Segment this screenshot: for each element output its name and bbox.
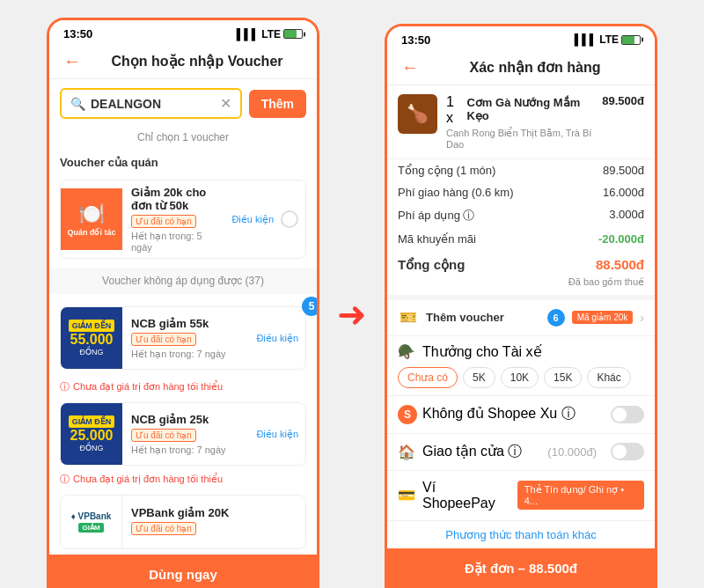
giao-tan-cua-row: 🏠 Giao tận cửa ⓘ (10.000đ) [387, 434, 655, 471]
tip-10k[interactable]: 10K [501, 367, 539, 388]
chevron-icon: › [640, 311, 644, 325]
ncb-icon-left-1: GIẢM ĐẾN 55.000 ĐỒNG [61, 307, 122, 369]
price-label-3: Mã khuyến mãi [398, 232, 476, 246]
ncb-amount-1: 55.000 [70, 332, 114, 348]
signal-area-1: ▌▌▌ LTE [237, 28, 303, 40]
ncb-amount-2: 25.000 [70, 428, 114, 444]
page-title-1: Chọn hoặc nhập Voucher [92, 53, 303, 70]
hint-text: Chỉ chọn 1 voucher [49, 128, 317, 151]
ncb-tag-2: Ưu đãi có hạn [131, 429, 196, 442]
tip-15k[interactable]: 15K [544, 367, 582, 388]
order-button[interactable]: Đặt đơn – 88.500đ [387, 548, 655, 589]
ncb-unit-2: ĐỒNG [80, 444, 104, 452]
ncb-unit-1: ĐỒNG [80, 348, 104, 356]
search-icon: 🔍 [70, 97, 85, 111]
ncb-error-2: ⓘ Chưa đạt giá trị đơn hàng tối thiểu [49, 471, 317, 489]
ncb-badge-label-1: GIẢM ĐẾN [69, 320, 115, 332]
price-label-1: Phí giao hàng (0.6 km) [398, 186, 514, 199]
vpbank-icon-left: ♦ VPBank GIẢM [61, 496, 122, 548]
quantity: 1 x [446, 94, 463, 126]
dung-ngay-button[interactable]: Dùng ngay [49, 555, 317, 588]
item-price: 89.500đ [602, 94, 644, 107]
delivery-val: (10.000đ) [547, 445, 597, 459]
error-icon-2: ⓘ [60, 473, 70, 486]
shopee-xu-row: S Không đủ Shopee Xu ⓘ [387, 396, 655, 434]
price-row-0: Tổng cộng (1 món) 89.500đ [387, 159, 655, 181]
ncb-title-2: NCB giảm 25k [131, 413, 247, 426]
them-button[interactable]: Thêm [249, 90, 306, 118]
payment-row[interactable]: 💳 Ví ShopeePay Thẻ Tín dụng/ Ghi nợ • 4.… [387, 471, 655, 521]
total-label: Tổng cộng [398, 257, 465, 273]
ncb-icon-left-2: GIẢM ĐẾN 25.000 ĐỒNG [61, 403, 122, 465]
battery-icon-2 [621, 35, 641, 45]
order-item-info: 1 x Cơm Gà Nướng Mắm Kẹo Canh Rong Biển … [446, 94, 593, 150]
lte-label-1: LTE [261, 28, 281, 40]
driver-tip-section: 🪖 Thưởng cho Tài xế Chưa có 5K 10K 15K K… [387, 336, 655, 396]
giao-tan-cua-label: Giao tận cửa ⓘ [422, 443, 522, 461]
ncb-voucher-card-2[interactable]: GIẢM ĐẾN 25.000 ĐỒNG NCB giảm 25k Ưu đãi… [60, 402, 306, 466]
vpbank-giam: GIẢM [78, 523, 103, 533]
signal-bars-icon-2: ▌▌▌ [575, 33, 598, 46]
radio-1[interactable] [281, 210, 298, 228]
price-row-1: Phí giao hàng (0.6 km) 16.000đ [387, 181, 655, 203]
right-arrow-icon: ➜ [337, 294, 367, 334]
ncb-voucher-card-1[interactable]: GIẢM ĐẾN 55.000 ĐỒNG NCB giảm 55k 5 Ưu đ… [60, 306, 306, 370]
payment-icon: 💳 [398, 487, 415, 503]
header-2: ← Xác nhận đơn hàng [387, 50, 655, 85]
delivery-toggle[interactable] [611, 443, 644, 460]
them-voucher-row[interactable]: 🎫 Thêm voucher 6 Mã giảm 20k › [387, 300, 655, 336]
voucher-tag-1: Ưu đãi có hạn [131, 215, 196, 228]
tip-5k[interactable]: 5K [463, 367, 495, 388]
lte-label-2: LTE [599, 33, 619, 46]
screen1-frame: 13:50 ▌▌▌ LTE ← Chọn hoặc nhập Voucher 🔍… [47, 18, 319, 588]
vpbank-info: VPBank giảm 20K Ưu đãi có hạn [122, 501, 305, 543]
ncb-info-2: NCB giảm 25k Ưu đãi có hạn Hết hạn trong… [122, 408, 256, 461]
ma-giam-tag: Mã giảm 20k [572, 311, 634, 324]
shopee-xu-icon: S [398, 405, 417, 424]
search-input-wrap[interactable]: 🔍 DEALNGON ✕ [60, 88, 242, 119]
back-button-1[interactable]: ← [63, 51, 81, 71]
vpbank-card[interactable]: ♦ VPBank GIẢM VPBank giảm 20K Ưu đãi có … [60, 495, 306, 549]
voucher-info-1: Giảm 20k cho đơn từ 50k Ưu đãi có hạn Hế… [122, 180, 231, 258]
unavailable-section: Voucher không áp dụng được (37) [49, 268, 317, 294]
voucher-badge: 6 [547, 309, 565, 327]
tip-chua-co[interactable]: Chưa có [398, 367, 458, 388]
voucher-food-icon: 🍽️ [78, 202, 105, 226]
search-bar: 🔍 DEALNGON ✕ Thêm [60, 88, 306, 119]
payment-method: Thẻ Tín dụng/ Ghi nợ • 4... [517, 481, 644, 510]
driver-tip-header: 🪖 Thưởng cho Tài xế [398, 343, 644, 360]
voucher-title-1: Giảm 20k cho đơn từ 50k [131, 186, 223, 212]
signal-area-2: ▌▌▌ LTE [575, 33, 641, 46]
ncb-dieu-kien-2[interactable]: Điều kiện [256, 429, 305, 440]
battery-icon-1 [283, 29, 303, 39]
clear-icon[interactable]: ✕ [220, 95, 231, 112]
price-val-2: 3.000đ [609, 208, 644, 224]
vpbank-logo: ♦ VPBank [71, 511, 112, 521]
back-button-2[interactable]: ← [401, 57, 419, 77]
vi-label: Ví ShopeePay [422, 480, 510, 511]
price-val-0: 89.500đ [603, 164, 644, 177]
item-name: Cơm Gà Nướng Mắm Kẹo [466, 96, 593, 122]
voucher-card-1[interactable]: 🍽️ Quán đối tác Giảm 20k cho đơn từ 50k … [60, 180, 306, 259]
total-value: 88.500đ [596, 257, 644, 273]
ncb-title-1: NCB giảm 55k [131, 317, 209, 330]
header-1: ← Chọn hoặc nhập Voucher [49, 44, 317, 79]
tip-options: Chưa có 5K 10K 15K Khác [398, 367, 644, 388]
dieu-kien-1[interactable]: Điều kiện [231, 214, 281, 225]
error-icon-1: ⓘ [60, 380, 70, 393]
tip-khac[interactable]: Khác [587, 367, 630, 388]
ncb-info-1: NCB giảm 55k 5 Ưu đãi có hạn Hết hạn tro… [122, 312, 256, 365]
voucher-icon-left-1: 🍽️ Quán đối tác [61, 188, 122, 250]
payment-other[interactable]: Phương thức thanh toán khác [387, 521, 655, 548]
ncb-expiry-2: Hết hạn trong: 7 ngày [131, 445, 247, 456]
shopee-xu-toggle[interactable] [611, 406, 644, 423]
time-2: 13:50 [401, 33, 430, 47]
food-image: 🍗 [398, 94, 437, 134]
driver-tip-icon: 🪖 [398, 343, 415, 360]
price-row-2: Phí áp dụng ⓘ 3.000đ [387, 203, 655, 228]
them-voucher-label: Thêm voucher [426, 311, 540, 324]
ncb-dieu-kien-1[interactable]: Điều kiện [256, 333, 305, 344]
partner-label: Quán đối tác [67, 228, 115, 237]
ncb-error-1: ⓘ Chưa đạt giá trị đơn hàng tối thiểu [49, 379, 317, 397]
status-bar-1: 13:50 ▌▌▌ LTE [49, 20, 317, 44]
